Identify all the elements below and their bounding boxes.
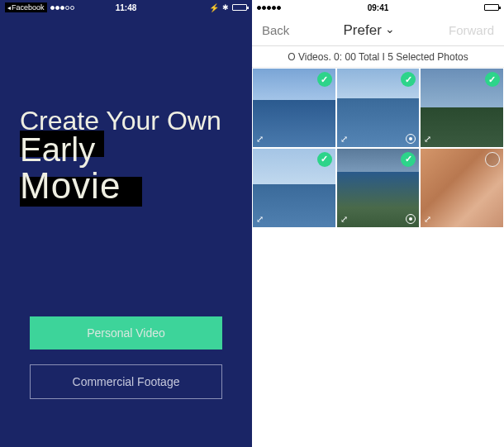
expand-icon[interactable] — [424, 134, 434, 144]
photo-grid: ✓✓✓✓✓ — [252, 68, 504, 228]
status-time: 09:41 — [368, 3, 389, 12]
signal-icon — [257, 6, 281, 10]
photo-thumbnail[interactable]: ✓ — [253, 69, 335, 147]
selection-info-bar: O Videos. 0: 00 Total I 5 Selected Photo… — [252, 46, 504, 68]
selected-check-icon[interactable]: ✓ — [317, 72, 332, 87]
photo-thumbnail[interactable]: ✓ — [337, 69, 420, 147]
bluetooth-icon: ⚡ — [209, 3, 219, 12]
expand-icon[interactable] — [340, 134, 350, 144]
expand-icon[interactable] — [424, 214, 434, 224]
album-selector[interactable]: Prefer — [344, 22, 395, 39]
forward-button[interactable]: Forward — [449, 23, 494, 37]
hero-line-3: Movie — [20, 165, 232, 207]
status-left: Facebook — [5, 2, 74, 12]
back-to-app-pill[interactable]: Facebook — [5, 2, 47, 12]
photo-thumbnail[interactable]: ✓ — [253, 149, 335, 227]
status-right: ⚡ ✱ — [209, 3, 247, 12]
unselected-circle-icon[interactable] — [485, 152, 500, 167]
photo-thumbnail[interactable]: ✓ — [337, 149, 420, 227]
hero-text-block: Create Your Own Early Movie — [0, 15, 252, 215]
back-button[interactable]: Back — [262, 23, 289, 37]
signal-icon — [50, 6, 74, 10]
battery-icon — [484, 4, 499, 11]
selected-check-icon[interactable]: ✓ — [317, 152, 332, 167]
status-bar-right: 09:41 — [252, 0, 504, 15]
expand-icon[interactable] — [256, 134, 266, 144]
photo-thumbnail[interactable]: ✓ — [421, 69, 503, 147]
status-left — [257, 6, 281, 10]
status-bar-left: Facebook 11:48 ⚡ ✱ — [0, 0, 252, 15]
commercial-footage-button[interactable]: Commercial Footage — [30, 364, 222, 399]
welcome-screen: Facebook 11:48 ⚡ ✱ Create Your Own Early… — [0, 0, 252, 447]
battery-icon — [232, 4, 247, 11]
expand-icon[interactable] — [340, 214, 350, 224]
nav-bar: Back Prefer Forward — [252, 15, 504, 46]
expand-icon[interactable] — [256, 214, 266, 224]
status-right — [484, 4, 499, 11]
hero-line-2: Early — [20, 131, 232, 169]
status-time: 11:48 — [116, 3, 137, 12]
photo-thumbnail[interactable] — [421, 149, 503, 227]
bluetooth-icon: ✱ — [222, 3, 229, 12]
selected-check-icon[interactable]: ✓ — [485, 72, 500, 87]
personal-video-button[interactable]: Personal Video — [30, 316, 222, 350]
button-group: Personal Video Commercial Footage — [0, 316, 252, 399]
photo-picker-screen: 09:41 Back Prefer Forward O Videos. 0: 0… — [252, 0, 504, 447]
